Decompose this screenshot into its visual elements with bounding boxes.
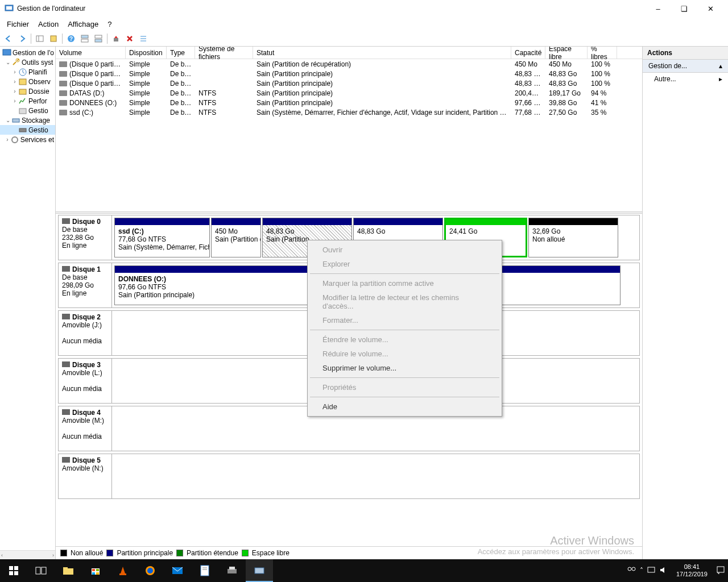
tree-dossie[interactable]: Dossie — [28, 88, 49, 95]
volume-row[interactable]: (Disque 0 partition 2)SimpleDe baseSain … — [56, 59, 642, 69]
volume-free: 450 Mo — [545, 60, 588, 68]
ctx-help[interactable]: Aide — [309, 400, 500, 414]
disk-status: Aucun média — [62, 337, 108, 345]
back-button[interactable] — [2, 32, 15, 45]
col-fs[interactable]: Système de fichiers — [195, 47, 253, 59]
volume-row[interactable]: (Disque 0 partition 3)SimpleDe baseSain … — [56, 69, 642, 78]
system-tray[interactable]: ˄ 08:41 17/12/2019 — [624, 563, 728, 578]
col-capacity[interactable]: Capacité — [511, 47, 545, 59]
volume-list[interactable]: Volume Disposition Type Système de fichi… — [56, 47, 642, 211]
partition[interactable]: 32,69 GoNon alloué — [528, 218, 618, 257]
svg-rect-35 — [92, 572, 95, 575]
ctx-change-letter: Modifier la lettre de lecteur et les che… — [309, 290, 500, 313]
volume-pct: 94 % — [588, 89, 617, 97]
show-hide-button[interactable] — [34, 32, 46, 45]
tree-scrollbar[interactable]: ‹› — [0, 550, 55, 559]
settings-button[interactable] — [110, 32, 122, 45]
col-pct[interactable]: % libres — [588, 47, 617, 59]
actions-header: Actions — [643, 47, 728, 60]
delete-button[interactable] — [123, 32, 136, 45]
diskmgmt-icon[interactable] — [246, 559, 273, 582]
firefox-icon[interactable] — [136, 559, 164, 582]
tree-perfor[interactable]: Perfor — [28, 97, 47, 105]
legend-free: Espace libre — [252, 549, 289, 557]
nav-tree[interactable]: Gestion de l'o ⌄Outils syst ›Planifi ›Ob… — [0, 47, 56, 559]
tree-planif[interactable]: Planifi — [28, 68, 47, 76]
volume-row[interactable]: ssd (C:)SimpleDe baseNTFSSain (Système, … — [56, 107, 642, 117]
people-icon[interactable] — [626, 565, 636, 577]
tree-observ[interactable]: Observ — [28, 78, 51, 86]
tree-stockage[interactable]: Stockage — [22, 117, 50, 124]
menu-file[interactable]: Fichier — [2, 19, 34, 30]
tree-gestio2[interactable]: Gestio — [28, 126, 48, 134]
actions-other[interactable]: Autre...▸ — [643, 73, 728, 85]
disk-icon — [18, 126, 27, 135]
tree-gestio1[interactable]: Gestio — [28, 107, 48, 115]
network-icon[interactable] — [647, 566, 656, 576]
view-bottom-button[interactable] — [92, 32, 105, 45]
taskbar[interactable]: ˄ 08:41 17/12/2019 — [0, 559, 728, 582]
volume-cap: 200,43 Go — [511, 89, 545, 97]
event-icon — [18, 77, 27, 86]
legend: Non alloué Partition principale Partitio… — [56, 546, 642, 559]
volume-fs: NTFS — [195, 89, 253, 97]
start-button[interactable] — [0, 559, 27, 582]
disk-size: 298,09 Go — [62, 281, 108, 289]
col-free[interactable]: Espace libre — [545, 47, 588, 59]
svg-rect-7 — [81, 35, 88, 38]
legend-extended-icon — [176, 550, 183, 556]
disk-info: Disque 4Amovible (M:)Aucun média — [59, 406, 112, 451]
partition-status: Sain (Système, Démarrer, Fichi — [118, 243, 206, 251]
taskview-button[interactable] — [27, 559, 55, 582]
tree-tools[interactable]: Outils syst — [22, 59, 53, 66]
col-status[interactable]: Statut — [253, 47, 511, 59]
view-top-button[interactable] — [78, 32, 91, 45]
notifications-icon[interactable] — [715, 565, 726, 577]
svg-rect-19 — [19, 89, 26, 94]
close-button[interactable]: ✕ — [697, 0, 723, 17]
menu-help[interactable]: ? — [103, 19, 116, 30]
volume-icon — [59, 81, 67, 86]
printer-icon[interactable] — [218, 559, 246, 582]
menu-view[interactable]: Affichage — [63, 19, 103, 30]
menu-action[interactable]: Action — [34, 19, 63, 30]
partition[interactable]: 450 MoSain (Partition d — [211, 218, 261, 257]
services-icon — [10, 135, 19, 144]
partition[interactable]: ssd (C:)77,68 Go NTFSSain (Système, Déma… — [114, 218, 210, 257]
volume-pct: 41 % — [588, 99, 617, 107]
volume-row[interactable]: DONNEES (O:)SimpleDe baseNTFSSain (Parti… — [56, 98, 642, 107]
notepad-icon[interactable] — [191, 559, 218, 582]
volume-type: De base — [167, 89, 195, 97]
vlc-icon[interactable] — [109, 559, 136, 582]
forward-button[interactable] — [16, 32, 28, 45]
volume-row[interactable]: (Disque 0 partition 4)SimpleDe baseSain … — [56, 78, 642, 88]
col-type[interactable]: Type — [167, 47, 195, 59]
minimize-button[interactable]: – — [645, 0, 671, 17]
disk-icon — [62, 266, 70, 272]
volume-icon[interactable] — [659, 566, 668, 576]
clock[interactable]: 08:41 17/12/2019 — [672, 563, 712, 578]
ctx-explore: Explorer — [309, 257, 500, 271]
actions-group[interactable]: Gestion de...▴ — [643, 60, 728, 73]
explorer-icon[interactable] — [55, 559, 82, 582]
volume-free: 39,88 Go — [545, 99, 588, 107]
legend-primary: Partition principale — [117, 549, 173, 557]
disk-row[interactable]: Disque 5Amovible (N:) — [58, 454, 640, 499]
maximize-button[interactable]: ❏ — [671, 0, 697, 17]
tree-root[interactable]: Gestion de l'o — [13, 49, 54, 57]
volume-row[interactable]: DATAS (D:)SimpleDe baseNTFSSain (Partiti… — [56, 88, 642, 98]
list-button[interactable] — [137, 32, 150, 45]
store-icon[interactable] — [82, 559, 109, 582]
mail-icon[interactable] — [164, 559, 191, 582]
tree-services[interactable]: Services et — [20, 136, 54, 144]
properties-button[interactable] — [47, 32, 60, 45]
col-disposition[interactable]: Disposition — [126, 47, 167, 59]
svg-rect-15 — [3, 49, 11, 55]
volume-disp: Simple — [126, 60, 167, 68]
svg-rect-10 — [95, 39, 102, 42]
help-button[interactable]: ? — [65, 32, 77, 45]
svg-rect-21 — [13, 119, 19, 122]
ctx-delete[interactable]: Supprimer le volume... — [309, 361, 500, 375]
tray-chevron-icon[interactable]: ˄ — [640, 567, 643, 575]
col-volume[interactable]: Volume — [56, 47, 126, 59]
